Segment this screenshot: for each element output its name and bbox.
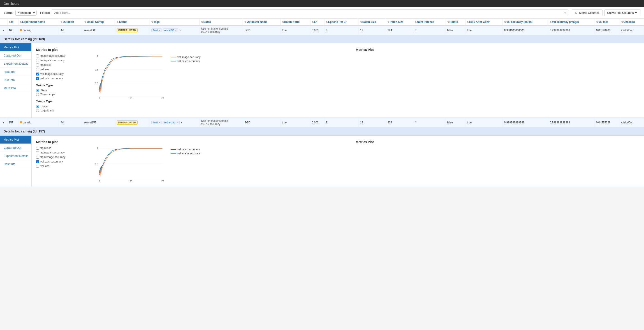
tag-remove-resnet50-163[interactable]: ✕	[175, 29, 177, 32]
chart-title-163: Metrics Plot	[90, 48, 640, 52]
app-title: Omniboard	[4, 2, 19, 6]
checkbox-train-patch-accuracy-163[interactable]: train.patch.accuracy	[36, 59, 81, 62]
th-num-patches[interactable]: ⇅Num Patches	[414, 19, 446, 26]
tag-remove-final-163[interactable]: ✕	[158, 29, 160, 32]
sidebar-meta-info-163[interactable]: Meta Info	[0, 84, 31, 92]
tags-163: final ✕ resnet50 ✕ ▾	[150, 26, 200, 35]
radio-steps-163[interactable]: Steps	[36, 89, 81, 92]
th-val-acc-patch[interactable]: ⇅Val accuracy (patch)	[502, 19, 548, 26]
expand-cell-163[interactable]: ▼	[0, 26, 7, 35]
status-dot-157	[20, 121, 22, 123]
lr-163: 0.003	[310, 26, 324, 35]
checkbox-train-loss-157[interactable]: train.loss	[36, 146, 81, 150]
th-val-acc-image[interactable]: ⇅Val accuracy (image)	[548, 19, 594, 26]
svg-text:1: 1	[97, 55, 98, 57]
notes-cell-157: Use for final ensemble99.8% accuracy	[201, 119, 237, 126]
cb-train-loss-157[interactable]	[36, 147, 39, 150]
legend-label-orange-157: val.image.accuracy	[177, 152, 200, 155]
table-row: ▼ 157 camsig 4d resnet152 INTERRUPTED fi…	[0, 118, 644, 127]
sidebar-host-info-157[interactable]: Host Info	[0, 160, 31, 168]
th-optimizer[interactable]: ⇅Optimizer Name	[243, 19, 280, 26]
sidebar-metrics-plot-163[interactable]: Metrics Plot	[0, 43, 31, 52]
expand-cell-157[interactable]: ▼	[0, 118, 7, 127]
checkbox-val-loss-157[interactable]: val.loss	[36, 164, 81, 168]
sidebar-host-info-163[interactable]: Host Info	[0, 68, 31, 76]
svg-text:0.8: 0.8	[95, 69, 98, 71]
cb-val-patch-157[interactable]	[36, 160, 39, 163]
table-header-row: ⇅Id ⇅Experiment Name ⇅Duration ⇅Model Co…	[0, 19, 644, 26]
legend-item-blue-157: val.patch.accuracy	[170, 148, 200, 151]
tag-remove-resnet152-157[interactable]: ✕	[176, 121, 178, 124]
sidebar-captured-out-157[interactable]: Captured Out	[0, 144, 31, 152]
th-duration[interactable]: ⇅Duration	[59, 19, 83, 26]
relu-after-conv-163: true	[466, 26, 502, 35]
checkbox-train-image-accuracy-163[interactable]: train.image.accuracy	[36, 54, 81, 57]
checkbox-val-loss-163[interactable]: val.loss	[36, 68, 81, 71]
filter-dropdown-arrow: ▾	[564, 11, 566, 15]
chart-title-157: Metrics Plot	[90, 140, 640, 144]
checkpoint-157: /disks/0/c	[620, 118, 644, 127]
details-panel-163: Details for: camsig (Id: 163) Metrics Pl…	[0, 35, 644, 118]
show-hide-columns-button[interactable]: Show/Hide Columns ▼	[604, 10, 640, 16]
metrics-to-plot-heading-157: Metrics to plot	[36, 140, 81, 144]
checkbox-val-image-accuracy-163[interactable]: val.image.accuracy	[36, 72, 81, 76]
th-checkpoint[interactable]: ⇅Checkpo	[620, 19, 644, 26]
sidebar-captured-out-163[interactable]: Captured Out	[0, 52, 31, 60]
th-patch-size[interactable]: ⇅Patch Size	[386, 19, 414, 26]
cb-train-image-157[interactable]	[36, 156, 39, 159]
checkbox-val-patch-accuracy-163[interactable]: val.patch.accuracy	[36, 77, 81, 80]
th-lr[interactable]: ⇅Lr	[310, 19, 324, 26]
th-notes[interactable]: ⇅Notes	[200, 19, 243, 26]
tag-dropdown-157[interactable]: ▾	[180, 120, 182, 124]
th-val-loss[interactable]: ⇅Val loss	[594, 19, 620, 26]
th-rotate[interactable]: ⇅Rotate	[446, 19, 466, 26]
cb-train-patch-157[interactable]	[36, 151, 39, 154]
batch-size-163: 12	[358, 26, 386, 35]
checkbox-train-loss-163[interactable]: train.loss	[36, 63, 81, 66]
sidebar-metrics-plot-157[interactable]: Metrics Plot	[0, 136, 31, 144]
th-relu-after-conv[interactable]: ⇅Relu After Conv	[466, 19, 502, 26]
metrics-left-163: Metrics to plot train.image.accuracy tra…	[36, 48, 81, 113]
th-status[interactable]: ⇅Status	[115, 19, 150, 26]
radio-timestamps-163[interactable]: Timestamps	[36, 93, 81, 96]
tag-remove-final-157[interactable]: ✕	[158, 121, 160, 124]
cb-val-loss-157[interactable]	[36, 165, 39, 168]
sidebar-experiment-details-163[interactable]: Experiment Details	[0, 60, 31, 68]
filter-input[interactable]	[52, 10, 568, 16]
radio-linear-163[interactable]: Linear	[36, 105, 81, 108]
checkbox-train-image-accuracy-157[interactable]: train.image.accuracy	[36, 155, 81, 159]
legend-label-blue-163: val.image.accuracy	[177, 56, 200, 59]
exp-name-163: camsig	[18, 26, 59, 35]
topbar: Omniboard	[0, 0, 644, 7]
tags-cell-163: final ✕ resnet50 ✕ ▾	[151, 28, 198, 32]
th-id[interactable]: ⇅Id	[7, 19, 18, 26]
status-select[interactable]: 7 selected	[15, 10, 36, 16]
cb-train-image-163[interactable]	[36, 55, 39, 57]
cb-val-patch-163[interactable]	[36, 77, 39, 80]
th-epochs-per-lr[interactable]: ⇅Epochs Per Lr	[324, 19, 359, 26]
num-patches-163: 8	[414, 26, 446, 35]
th-batch-size[interactable]: ⇅Batch Size	[358, 19, 386, 26]
sidebar-run-info-163[interactable]: Run Info	[0, 76, 31, 84]
tag-chip-final-163: final ✕	[152, 29, 162, 32]
cb-train-patch-163[interactable]	[36, 59, 39, 62]
legend-item-orange-157: val.image.accuracy	[170, 152, 200, 155]
cb-val-image-163[interactable]	[36, 73, 39, 76]
metric-columns-button[interactable]: +/- Metric Columns	[572, 10, 602, 16]
val-acc-patch-157: 0.988989898989	[502, 118, 548, 127]
checkbox-train-patch-accuracy-157[interactable]: train.patch.accuracy	[36, 151, 81, 154]
tag-dropdown-163[interactable]: ▾	[179, 28, 181, 32]
radio-logarithmic-163[interactable]: Logarithmic	[36, 109, 81, 112]
sidebar-experiment-details-157[interactable]: Experiment Details	[0, 152, 31, 160]
val-acc-image-157: 0.998383838383	[548, 118, 594, 127]
th-model-config[interactable]: ⇅Model Config	[83, 19, 115, 26]
cb-val-loss-163[interactable]	[36, 68, 39, 71]
checkbox-val-patch-accuracy-157[interactable]: val.patch.accuracy	[36, 160, 81, 163]
details-content-163: Metrics to plot train.image.accuracy tra…	[32, 43, 644, 117]
th-exp-name[interactable]: ⇅Experiment Name	[18, 19, 59, 26]
th-tags[interactable]: ⇅Tags	[150, 19, 200, 26]
cb-train-loss-163[interactable]	[36, 64, 39, 66]
status-label: Status:	[4, 11, 14, 15]
metrics-section-163: Metrics to plot train.image.accuracy tra…	[36, 48, 640, 113]
th-batch-norm[interactable]: ⇅Batch Norm	[280, 19, 310, 26]
